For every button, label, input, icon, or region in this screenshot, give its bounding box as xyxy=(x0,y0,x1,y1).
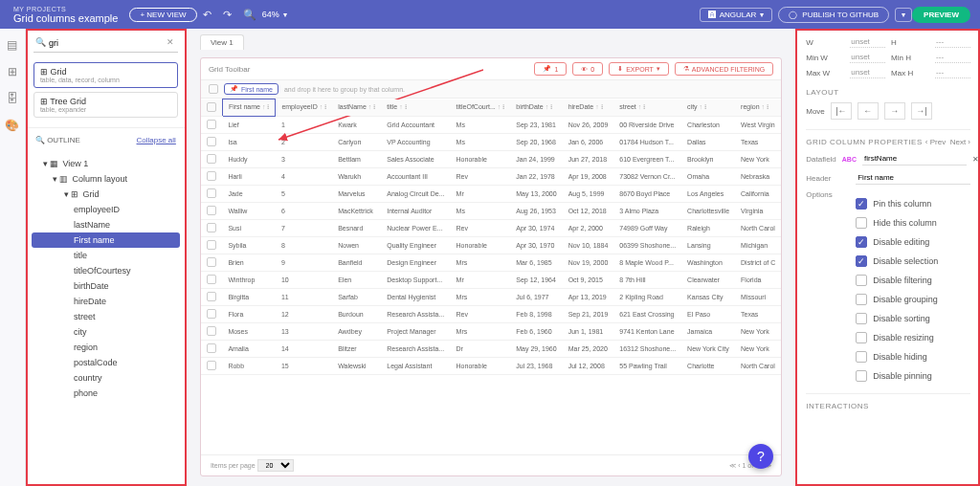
tree-column-node[interactable]: employeeID xyxy=(32,202,180,217)
checkbox[interactable] xyxy=(856,370,867,382)
tree-column-node[interactable]: birthDate xyxy=(32,278,180,294)
zoom-icon[interactable]: 🔍 xyxy=(237,5,262,25)
table-row[interactable]: Amalia14BlitzerResearch Assista...DrMay … xyxy=(201,340,781,357)
tree-column-node[interactable]: postalCode xyxy=(32,355,180,370)
page-size-select[interactable]: 20 xyxy=(257,459,294,472)
move-left-button[interactable]: ← xyxy=(858,102,879,120)
rail-components-icon[interactable]: ▤ xyxy=(6,38,19,52)
column-header[interactable]: First name↑ ⁝ xyxy=(222,99,276,117)
publish-dropdown-icon[interactable]: ▾ xyxy=(895,8,912,22)
tree-view[interactable]: ▾ ▦ View 1 xyxy=(32,156,180,171)
table-row[interactable]: Lief1KwarkGrid AccountantMsSep 23, 1981N… xyxy=(201,116,781,133)
option-row[interactable]: Disable filtering xyxy=(856,271,970,290)
tree-column-node[interactable]: hireDate xyxy=(32,294,180,309)
table-row[interactable]: Isa2CarlyonVP AccountingMsSep 20, 1968Ja… xyxy=(201,133,781,150)
redo-icon[interactable]: ↷ xyxy=(217,5,237,25)
height-input[interactable] xyxy=(935,36,970,48)
help-fab[interactable]: ? xyxy=(748,444,773,469)
export-button[interactable]: ⬇ EXPORT ▾ xyxy=(609,62,669,76)
tree-column-node[interactable]: city xyxy=(32,324,180,340)
maxwidth-input[interactable] xyxy=(850,67,885,78)
view-tab[interactable]: View 1 xyxy=(200,34,244,50)
option-row[interactable]: Disable sorting xyxy=(856,309,970,328)
checkbox[interactable] xyxy=(856,294,867,305)
option-row[interactable]: Hide this column xyxy=(856,213,970,232)
tree-grid[interactable]: ▾ ⊞ Grid xyxy=(32,187,180,202)
pinned-count-button[interactable]: 📌 1 xyxy=(534,62,567,76)
checkbox[interactable]: ✓ xyxy=(856,236,867,248)
table-row[interactable]: Susi7BesnardNuclear Power E...RevApr 30,… xyxy=(201,219,781,236)
option-row[interactable]: Disable pinning xyxy=(856,366,970,386)
new-view-button[interactable]: + NEW VIEW xyxy=(129,8,196,22)
tree-column-node[interactable]: region xyxy=(32,340,180,355)
table-row[interactable]: Winthrop10ElenDesktop Support...MrSep 12… xyxy=(201,271,781,288)
column-header[interactable] xyxy=(201,99,223,117)
rail-theme-icon[interactable]: 🎨 xyxy=(6,119,19,132)
column-header[interactable]: street↑ ⁝ xyxy=(613,99,681,117)
option-row[interactable]: ✓Disable selection xyxy=(856,252,970,271)
table-row[interactable]: Jade5MarvelusAnalog Circuit De...MrMay 1… xyxy=(201,185,781,202)
table-row[interactable]: Huddy3BettlamSales AssociateHonorableJan… xyxy=(201,150,781,167)
clear-datafield-icon[interactable]: ✕ xyxy=(972,155,979,164)
move-start-button[interactable]: |← xyxy=(831,102,852,120)
column-header[interactable]: hireDate↑ ⁝ xyxy=(563,99,614,117)
search-result[interactable]: ⊞ Tree Gridtable, expander xyxy=(33,92,178,118)
column-header[interactable]: lastName↑ ⁝ xyxy=(332,99,381,117)
tree-column-layout[interactable]: ▾ ▥ Column layout xyxy=(32,171,180,187)
table-row[interactable]: Sybila8NowenQuality EngineerHonorableApr… xyxy=(201,236,781,254)
column-header[interactable]: city↑ ⁝ xyxy=(681,99,735,117)
hidden-count-button[interactable]: 👁 0 xyxy=(572,62,603,76)
tree-column-node[interactable]: lastName xyxy=(32,217,180,232)
tree-column-node[interactable]: First name xyxy=(32,232,180,248)
checkbox[interactable]: ✓ xyxy=(856,198,867,210)
tree-column-node[interactable]: country xyxy=(32,370,180,386)
option-row[interactable]: ✓Pin this column xyxy=(856,194,970,213)
checkbox[interactable] xyxy=(856,332,867,343)
option-row[interactable]: Disable grouping xyxy=(856,290,970,309)
tree-column-node[interactable]: phone xyxy=(32,386,180,401)
column-header[interactable]: birthDate↑ ⁝ xyxy=(510,99,562,117)
width-input[interactable] xyxy=(850,36,885,48)
rail-data-icon[interactable]: 🗄 xyxy=(6,92,19,105)
column-header[interactable]: employeeID↑ ⁝ xyxy=(276,99,332,117)
checkbox[interactable] xyxy=(856,313,867,324)
checkbox[interactable]: ✓ xyxy=(856,255,867,267)
search-result[interactable]: ⊞ Gridtable, data, record, column xyxy=(33,62,178,88)
next-column-link[interactable]: Next › xyxy=(950,138,970,146)
collapse-all-link[interactable]: Collapse all xyxy=(137,136,176,144)
checkbox[interactable] xyxy=(856,217,867,229)
prev-column-link[interactable]: ‹ Prev xyxy=(925,138,946,146)
datafield-input[interactable] xyxy=(862,152,967,166)
rail-grid-icon[interactable]: ⊞ xyxy=(6,65,19,78)
framework-selector[interactable]: 🅰 ANGULAR ▾ xyxy=(700,8,773,22)
maxheight-input[interactable] xyxy=(935,67,970,78)
move-right-button[interactable]: → xyxy=(884,102,905,120)
group-by-area[interactable]: 📌First name and drop it here to group by… xyxy=(201,80,781,99)
minheight-input[interactable] xyxy=(935,52,970,63)
tree-column-node[interactable]: titleOfCourtesy xyxy=(32,263,180,278)
option-row[interactable]: Disable resizing xyxy=(856,328,970,347)
tree-column-node[interactable]: title xyxy=(32,248,180,263)
table-row[interactable]: Harli4WarukhAccountant IIIRevJan 22, 197… xyxy=(201,167,781,185)
checkbox[interactable] xyxy=(856,275,867,286)
undo-icon[interactable]: ↶ xyxy=(197,5,217,25)
table-row[interactable]: Flora12BurdounResearch Assista...RevFeb … xyxy=(201,305,781,322)
preview-button[interactable]: PREVIEW xyxy=(912,7,970,23)
table-row[interactable]: Birgitta11SarfabDental HygienistMrsJul 6… xyxy=(201,288,781,305)
pinned-column-pill[interactable]: 📌First name xyxy=(224,83,278,95)
publish-github-button[interactable]: ◯ PUBLISH TO GITHUB xyxy=(778,7,889,23)
zoom-caret-icon[interactable]: ▾ xyxy=(283,11,287,19)
search-input[interactable] xyxy=(33,34,178,53)
column-header[interactable]: region↑ ⁝ xyxy=(735,99,781,117)
column-header[interactable]: title↑ ⁝ xyxy=(381,99,450,117)
option-row[interactable]: Disable hiding xyxy=(856,347,970,366)
table-row[interactable]: Moses13AwdbeyProject ManagerMrsFeb 6, 19… xyxy=(201,322,781,340)
table-row[interactable]: Brien9BanfieldDesign EngineerMrsMar 6, 1… xyxy=(201,254,781,271)
tree-column-node[interactable]: street xyxy=(32,309,180,324)
table-row[interactable]: Robb15WalewskiLegal AssistantHonorableJu… xyxy=(201,357,781,374)
data-grid[interactable]: First name↑ ⁝employeeID↑ ⁝lastName↑ ⁝tit… xyxy=(201,99,781,454)
table-row[interactable]: Walliw6MacKettrickInternal AuditorMsAug … xyxy=(201,202,781,219)
clear-search-icon[interactable]: ✕ xyxy=(167,37,174,47)
minwidth-input[interactable] xyxy=(850,52,885,63)
option-row[interactable]: ✓Disable editing xyxy=(856,232,970,252)
